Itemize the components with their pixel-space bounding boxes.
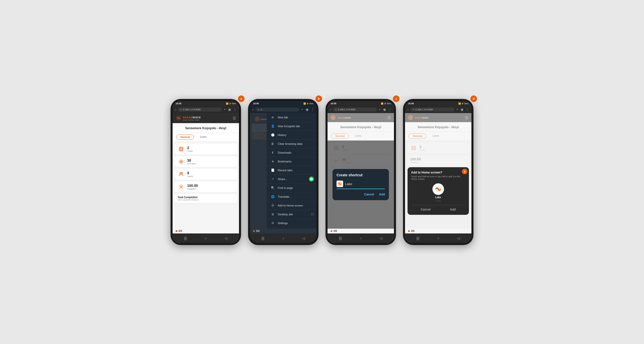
home-cancel-btn[interactable]: Cancel <box>421 208 430 211</box>
home-btn-b[interactable]: ○ <box>282 236 284 240</box>
status-bar-b: 15:00 📶 ⚡ 89% <box>250 101 316 106</box>
home-nav-icon-a[interactable]: ⌂ <box>175 108 176 111</box>
more-btn-b[interactable]: ⋮ <box>310 107 314 112</box>
step-label-d2: d <box>462 169 467 174</box>
address-bar-b[interactable]: ⚠ 2.... <box>255 108 299 112</box>
hamburger-icon-a[interactable]: ☰ <box>233 116 236 120</box>
svg-rect-2 <box>180 148 182 150</box>
back-btn-b[interactable]: ||| <box>262 236 264 240</box>
recent-btn-c[interactable]: ◁ <box>380 236 382 240</box>
counter-text-b: 0/0 <box>256 230 260 232</box>
bottom-counter-c: 0/0 <box>328 229 394 233</box>
menu-downloads[interactable]: ⬇ Downloads <box>267 148 316 157</box>
home-btn-a[interactable]: ○ <box>205 236 207 240</box>
find-icon: 🔍 <box>271 186 275 190</box>
train-icon-a <box>178 158 185 165</box>
back-btn-d[interactable]: ||| <box>417 236 419 240</box>
stat-info-adoption-a: 100.00 Adoption <box>187 184 198 190</box>
menu-settings[interactable]: ⚙ Settings <box>267 219 316 228</box>
home-dialog-sub: Touch and hold an icon or tap Add to add… <box>411 175 465 180</box>
status-icons-a: 📶 ⚡ 89% <box>226 102 236 105</box>
app-logo-a: sensemore smart machine health <box>176 115 201 121</box>
status-time-d: 15:08 <box>408 102 414 105</box>
address-bar-d[interactable]: ⚠ 2.168.1.174:3000 <box>410 108 454 112</box>
tab-general-a[interactable]: General <box>176 134 194 140</box>
home-btn-d[interactable]: ○ <box>437 236 439 240</box>
menu-recent-tabs[interactable]: 📑 Recent tabs <box>267 166 316 175</box>
menu-share[interactable]: ↗ Share... <box>267 175 316 184</box>
home-btn-c[interactable]: ○ <box>360 236 362 240</box>
stat-value-lines-a: 2 <box>187 146 193 150</box>
back-btn-a[interactable]: ||| <box>184 236 187 240</box>
more-btn-a[interactable]: ⋮ <box>233 107 237 112</box>
stat-label-users-a: Users <box>187 175 193 178</box>
create-shortcut-dialog: Create shortcut Lake Cancel Add <box>333 169 389 200</box>
nav-bar-d: ||| ○ ◁ <box>405 233 471 243</box>
incognito-icon: 👤 <box>271 124 275 128</box>
new-tab-btn-b[interactable]: + <box>301 107 304 112</box>
new-tab-btn-d[interactable]: + <box>456 107 459 112</box>
dialog-input-row-c: Lake <box>337 181 385 189</box>
tab-lines-c[interactable]: Lines <box>351 133 366 139</box>
menu-new-tab[interactable]: ⊕ New tab <box>267 113 316 122</box>
browser-bar-a[interactable]: ⌂ ⚠ 2.168.1.174:3000 + ▣ ⋮ <box>173 106 239 113</box>
menu-bookmarks[interactable]: ★ Bookmarks <box>267 157 316 166</box>
more-btn-d[interactable]: ⋮ <box>465 107 469 112</box>
menu-history[interactable]: 🕐 History <box>267 131 316 140</box>
tabs-btn-c[interactable]: ▣ <box>383 107 386 112</box>
menu-translate[interactable]: 🌐 Translate... <box>267 192 316 201</box>
whatsapp-badge <box>309 177 314 182</box>
home-nav-icon-c[interactable]: ⌂ <box>330 108 331 111</box>
recent-btn-d[interactable]: ◁ <box>457 236 460 240</box>
menu-add-home[interactable]: ➕ Add to Home screen <box>267 201 316 210</box>
svg-point-10 <box>180 186 182 188</box>
back-btn-c[interactable]: ||| <box>339 236 342 240</box>
menu-clear-browsing[interactable]: 🗑 Clear browsing data <box>267 140 316 148</box>
red-dot-d <box>408 230 410 232</box>
tabs-btn-d[interactable]: ▣ <box>460 107 464 112</box>
dropdown-menu-b: ⊕ New tab 👤 New Incognito tab 🕐 History … <box>267 113 316 229</box>
address-bar-c[interactable]: ⚠ 2.168.1.174:3000 <box>333 108 377 112</box>
browser-bar-c[interactable]: ⌂ ⚠ 2.168.1.174:3000 + ▣ ⋮ <box>328 106 394 113</box>
status-time-c: 15:06 <box>331 102 336 105</box>
recent-btn-a[interactable]: ◁ <box>225 236 227 240</box>
menu-help[interactable]: ? Help & feedback <box>267 228 316 229</box>
counter-text-c: 0/0 <box>334 230 337 232</box>
home-add-btn[interactable]: Add <box>450 208 456 211</box>
address-text-b: 2.... <box>260 108 297 111</box>
task-title-a: Task Completion <box>178 196 234 199</box>
home-nav-icon-d[interactable]: ⌂ <box>407 108 409 111</box>
stat-value-users-a: 9 <box>187 171 193 175</box>
settings-icon: ⚙ <box>271 221 275 225</box>
menu-desktop-site[interactable]: 🖥 Desktop site ☐ <box>267 210 316 219</box>
browser-bar-b[interactable]: ⌂ ⚠ 2.... + ▣ ⋮ <box>250 106 316 113</box>
tab-general-d[interactable]: General <box>409 133 426 139</box>
new-tab-btn-a[interactable]: + <box>223 107 226 112</box>
home-nav-icon-b[interactable]: ⌂ <box>252 108 254 111</box>
dialog-cancel-btn-c[interactable]: Cancel <box>364 193 374 196</box>
recent-btn-b[interactable]: ◁ <box>302 236 305 240</box>
lock-icon-a: ⚠ <box>180 108 182 111</box>
step-label-a: a <box>238 95 245 102</box>
tab-lines-a[interactable]: Lines <box>196 134 211 140</box>
menu-find-in-page[interactable]: 🔍 Find in page <box>267 184 316 192</box>
gear-icon-a <box>178 183 185 190</box>
tabs-btn-a[interactable]: ▣ <box>228 107 231 112</box>
stat-card-lines-a: 2 Lines <box>175 144 237 155</box>
tabs-btn-b[interactable]: ▣ <box>305 107 309 112</box>
tab-lines-d[interactable]: Lines <box>428 133 443 139</box>
dialog-add-btn-c[interactable]: Add <box>379 193 385 196</box>
dialog-input-value-c[interactable]: Lake <box>345 182 385 186</box>
tab-general-c[interactable]: General <box>331 133 349 139</box>
new-tab-btn-c[interactable]: + <box>378 107 381 112</box>
menu-incognito-label: New Incognito tab <box>278 125 300 128</box>
browser-bar-d[interactable]: ⌂ ⚠ 2.168.1.174:3000 + ▣ ⋮ <box>405 106 471 113</box>
status-time-b: 15:00 <box>253 102 259 105</box>
home-icon-sub: 1 × 1 <box>436 200 440 202</box>
app-header-d: sensemore ☰ <box>405 113 471 122</box>
dialog-actions-c: Cancel Add <box>337 193 385 196</box>
address-bar-a[interactable]: ⚠ 2.168.1.174:3000 <box>178 108 222 112</box>
nav-bar-a: ||| ○ ◁ <box>173 233 239 243</box>
more-btn-c[interactable]: ⋮ <box>388 107 392 112</box>
menu-incognito[interactable]: 👤 New Incognito tab <box>267 122 316 131</box>
